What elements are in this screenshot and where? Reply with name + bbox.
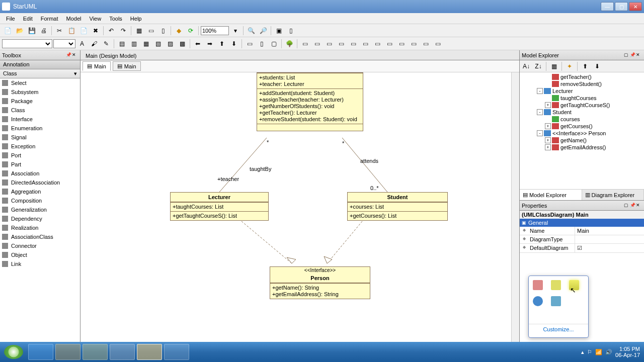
menu-help[interactable]: Help (126, 15, 146, 23)
zoom-input[interactable] (201, 26, 229, 35)
tree-node[interactable]: courses (521, 116, 643, 123)
tree-node[interactable]: +getEmailAddress() (521, 144, 643, 151)
task-chrome[interactable] (110, 344, 135, 360)
menu-file[interactable]: File (2, 15, 19, 23)
uml-class-student[interactable]: Student +courses: List +getCourses(): Li… (347, 192, 448, 221)
misc-6[interactable]: ▭ (360, 38, 371, 49)
toolbox-section-annotation[interactable]: Annotation (0, 60, 80, 69)
font-select[interactable] (2, 39, 52, 48)
tree-node[interactable]: -Student (521, 109, 643, 116)
toolbox-item-link[interactable]: Link (0, 259, 80, 268)
layout-1[interactable]: ▭ (244, 38, 255, 49)
tree-node[interactable]: -Lecturer (521, 87, 643, 95)
toolbox-item-part[interactable]: Part (0, 160, 80, 169)
layout-2[interactable]: ▯ (256, 38, 267, 49)
toolbox-item-aggregation[interactable]: Aggregation (0, 187, 80, 196)
task-staruml[interactable] (137, 344, 162, 360)
menu-format[interactable]: Format (37, 15, 62, 23)
toolbox-item-directedassociation[interactable]: DirectedAssociation (0, 178, 80, 187)
toolbox-item-select[interactable]: Select (0, 78, 80, 87)
undo-button[interactable]: ↶ (106, 25, 117, 36)
pin-icon[interactable]: 📌 (630, 203, 636, 209)
toolbox-item-enumeration[interactable]: Enumeration (0, 124, 80, 133)
tool-a[interactable]: ▭ (145, 25, 156, 36)
uml-class-course[interactable]: +students: List+teacher: Lecturer +addSt… (257, 72, 363, 131)
misc-10[interactable]: ▭ (408, 38, 419, 49)
line-color-button[interactable]: ✎ (101, 38, 112, 49)
pin-icon[interactable]: 📌 (630, 52, 636, 58)
sort-az-button[interactable]: A↓ (521, 61, 532, 72)
tray-icon-5[interactable] (551, 296, 561, 306)
fill-color-button[interactable]: 🖌 (89, 38, 100, 49)
zoomin-button[interactable]: 🔎 (258, 25, 269, 36)
toolbox-item-signal[interactable]: Signal (0, 133, 80, 142)
nav-2[interactable]: ➡ (204, 38, 215, 49)
misc-12[interactable]: ▭ (432, 38, 443, 49)
tree-node[interactable]: +getTaughtCourseS() (521, 102, 643, 109)
task-ie[interactable] (28, 344, 53, 360)
tray-icon-2[interactable] (551, 280, 561, 290)
misc-1[interactable]: ▭ (299, 38, 310, 49)
color-button[interactable]: ◆ (173, 25, 184, 36)
tree-expander[interactable]: - (537, 88, 543, 94)
align-1[interactable]: ▤ (116, 38, 127, 49)
fit-button[interactable]: ▣ (273, 25, 284, 36)
pin-icon[interactable]: ▢ (624, 203, 630, 209)
tool-b[interactable]: ▯ (157, 25, 169, 36)
diagram-canvas[interactable]: +students: List+teacher: Lecturer +addSt… (80, 72, 519, 351)
align-2[interactable]: ▥ (128, 38, 139, 49)
menu-model[interactable]: Model (62, 15, 86, 23)
zoomout-button[interactable]: 🔍 (246, 25, 257, 36)
tree-node[interactable]: getTeacher() (521, 73, 643, 80)
tray-customize-link[interactable]: Customize... (529, 324, 588, 334)
tree-node[interactable]: -<<Interface>> Person (521, 130, 643, 137)
misc-4[interactable]: ▭ (336, 38, 347, 49)
tray-chevron-up-icon[interactable]: ▴ (581, 349, 584, 355)
align-4[interactable]: ▧ (152, 38, 164, 49)
toolbox-item-subsystem[interactable]: Subsystem (0, 87, 80, 97)
layout-3[interactable]: ▢ (268, 38, 279, 49)
nav-3[interactable]: ⬆ (216, 38, 227, 49)
close-panel-icon[interactable]: ✕ (636, 203, 642, 209)
tree-node[interactable]: +getName() (521, 137, 643, 144)
misc-7[interactable]: ▭ (372, 38, 383, 49)
nav-button[interactable]: ✦ (564, 61, 575, 72)
tray-flag-icon[interactable]: ⚐ (587, 349, 592, 355)
toolbox-item-object[interactable]: Object (0, 250, 80, 259)
menu-edit[interactable]: Edit (19, 15, 37, 23)
tray-volume-icon[interactable]: 🔊 (605, 349, 612, 355)
align-6[interactable]: ▩ (177, 38, 188, 49)
menu-tools[interactable]: Tools (105, 15, 126, 23)
copy-button[interactable]: 📋 (66, 25, 77, 36)
tree-node[interactable]: taughtCourses (521, 95, 643, 102)
misc-2[interactable]: ▭ (311, 38, 323, 49)
property-row[interactable]: NameMain (520, 227, 644, 235)
tree-node[interactable]: removeStudent() (521, 80, 643, 87)
misc-9[interactable]: ▭ (396, 38, 407, 49)
nav-4[interactable]: ⬇ (228, 38, 239, 49)
task-explorer[interactable] (83, 344, 108, 360)
toolbox-item-realization[interactable]: Realization (0, 223, 80, 232)
toolbox-item-package[interactable]: Package (0, 97, 80, 106)
delete-button[interactable]: ✖ (90, 25, 101, 36)
toolbox-item-composition[interactable]: Composition (0, 196, 80, 205)
open-button[interactable]: 📂 (14, 25, 25, 36)
uml-class-lecturer[interactable]: Lecturer +taughtCourses: List +getTaught… (170, 192, 269, 221)
grid-button[interactable]: ▦ (133, 25, 144, 36)
maximize-button[interactable]: ▢ (615, 2, 628, 11)
save-button[interactable]: 💾 (26, 25, 37, 36)
toolbox-item-class[interactable]: Class (0, 106, 80, 115)
view-button[interactable]: ▯ (285, 25, 296, 36)
tab-main-1[interactable]: ▤Main (83, 61, 111, 71)
tray-network-icon[interactable]: 📶 (595, 349, 602, 355)
down-button[interactable]: ⬇ (592, 61, 603, 72)
font-color-button[interactable]: A (76, 38, 88, 49)
task-media[interactable] (55, 344, 80, 360)
task-other[interactable] (164, 344, 189, 360)
zoom-dropdown[interactable]: ▾ (230, 25, 241, 36)
tray-volume-icon[interactable] (533, 280, 543, 290)
tab-main-2[interactable]: ▤Main (113, 61, 141, 71)
pin-icon[interactable]: 📌 (66, 52, 72, 58)
tab-diagram-explorer[interactable]: ▥ Diagram Explorer (582, 190, 645, 200)
misc-11[interactable]: ▭ (420, 38, 431, 49)
